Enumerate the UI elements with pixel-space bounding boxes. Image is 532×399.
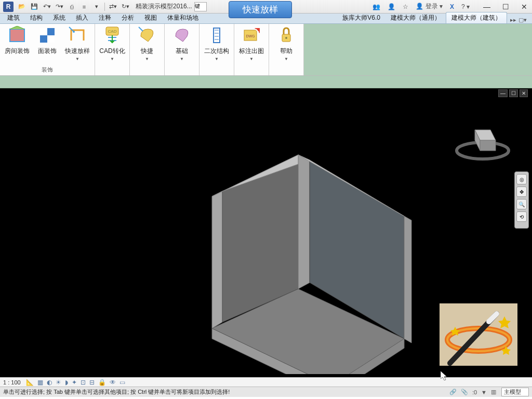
menu-view[interactable]: 视图 <box>139 12 162 23</box>
qat-dropdown-icon[interactable]: ▾ <box>91 2 102 12</box>
cad-convert-button[interactable]: CAD CAD转化 ▼ <box>97 25 127 61</box>
menu-analyze[interactable]: 分析 <box>116 12 139 23</box>
worksets-icon[interactable]: ▥ <box>491 389 496 395</box>
svg-marker-28 <box>480 140 496 151</box>
annotation-export-icon: DWG <box>242 26 261 45</box>
zoom-icon[interactable]: 🔍 <box>516 199 527 209</box>
reveal-icon[interactable]: ▭ <box>119 379 125 386</box>
ribbon-group-single-2: 快捷 ▼ <box>130 24 165 75</box>
model-dropdown[interactable]: 主模型 <box>501 388 529 396</box>
quick-loft-tooltip: 快速放样 <box>229 1 292 18</box>
selection-count: :0 <box>472 389 477 395</box>
project-name: 精装演示模型2016... <box>136 2 192 11</box>
help-icon[interactable]: ? ▾ <box>459 2 472 11</box>
sb-icon-2[interactable]: 📎 <box>461 389 468 395</box>
dropdown-icon: ▼ <box>215 57 219 61</box>
detail-level-icon[interactable]: ▦ <box>37 379 43 386</box>
crop-icon[interactable]: ⊡ <box>81 379 86 386</box>
shortcut-button[interactable]: 快捷 ▼ <box>132 25 162 61</box>
close-button[interactable]: ✕ <box>520 3 529 11</box>
help-label: 帮助 <box>280 47 292 56</box>
lock-icon[interactable]: 🔒 <box>98 379 106 386</box>
vp-minimize-icon[interactable]: — <box>498 89 508 97</box>
separator <box>104 3 105 11</box>
menu-insert[interactable]: 插入 <box>71 12 94 23</box>
minimize-button[interactable]: — <box>482 3 491 11</box>
svg-rect-0 <box>10 29 24 42</box>
cad-convert-icon: CAD <box>103 26 122 45</box>
vp-close-icon[interactable]: ✕ <box>520 89 528 97</box>
sun-path-icon[interactable]: ☀ <box>56 379 61 386</box>
app-icon[interactable]: R <box>3 2 14 12</box>
navigation-bar: ◎ ✥ 🔍 ⟲ <box>514 171 529 229</box>
group-label-decoration: 装饰 <box>42 64 53 75</box>
menu-model-master-arch[interactable]: 建模大师（建筑） <box>446 12 507 23</box>
redo-icon[interactable]: ↷▾ <box>54 2 65 12</box>
star-icon[interactable]: ☆ <box>401 2 410 11</box>
crop-region-icon[interactable]: ⊟ <box>89 379 95 386</box>
secondary-structure-button[interactable]: 二次结构 ▼ <box>202 25 232 61</box>
viewcube[interactable] <box>454 114 511 161</box>
dropdown-icon: ▼ <box>75 57 79 61</box>
pan-icon[interactable]: ✥ <box>516 187 527 197</box>
shadows-icon[interactable]: ◗ <box>65 379 68 386</box>
svg-point-5 <box>73 31 75 33</box>
annotation-export-label: 标注出图 <box>239 47 264 56</box>
maximize-button[interactable]: ☐ <box>501 3 510 11</box>
print-icon[interactable]: ⎙ <box>66 2 77 12</box>
menu-family-master[interactable]: 族库大师V6.0 <box>337 12 385 23</box>
dropdown-icon: ▼ <box>284 57 288 61</box>
menu-tail: ▸▸ ▢▾ <box>507 17 530 23</box>
scale-value[interactable]: 1 : 100 <box>3 379 21 385</box>
login-button[interactable]: 👤 登录 ▾ <box>414 1 445 12</box>
menu-model-master-general[interactable]: 建模大师（通用） <box>385 12 446 23</box>
open-icon[interactable]: 📂 <box>16 2 28 12</box>
ribbon-group-single-4: 二次结构 ▼ <box>200 24 234 75</box>
save-icon[interactable]: 💾 <box>29 2 40 12</box>
user-icon[interactable]: 👥 <box>370 2 382 11</box>
exchange-icon[interactable]: X <box>448 2 456 11</box>
help-button[interactable]: 帮助 ▼ <box>271 25 301 61</box>
svg-text:CAD: CAD <box>108 29 117 34</box>
orbit-icon[interactable]: ⟲ <box>516 211 527 222</box>
svg-marker-20 <box>298 155 310 289</box>
rendering-icon[interactable]: ✦ <box>72 379 77 386</box>
room-decoration-button[interactable]: 房间装饰 <box>2 25 32 61</box>
dropdown-icon: ▼ <box>145 57 149 61</box>
sb-icon-1[interactable]: 🔗 <box>449 389 457 395</box>
menu-architecture[interactable]: 建筑 <box>2 12 25 23</box>
shortcut-label: 快捷 <box>141 47 153 56</box>
visual-style-icon[interactable]: ◐ <box>47 379 52 386</box>
ribbon-group-single-6: 帮助 ▼ <box>269 24 304 75</box>
magic-wand-badge[interactable] <box>440 303 517 366</box>
foundation-button[interactable]: 基础 ▼ <box>167 25 197 61</box>
ribbon-toggle-icon[interactable]: ▢▾ <box>518 17 527 23</box>
person-icon[interactable]: 👤 <box>385 2 397 11</box>
sync-icon[interactable]: ↻▾ <box>119 2 131 12</box>
temp-hide-icon[interactable]: 👁 <box>110 379 116 386</box>
svg-marker-17 <box>212 191 222 328</box>
ribbon-empty <box>304 24 532 75</box>
svg-marker-23 <box>404 216 411 343</box>
menu-massing[interactable]: 体量和场地 <box>162 12 204 23</box>
scale-icon[interactable]: 📐 <box>26 379 34 386</box>
vp-maximize-icon[interactable]: ☐ <box>509 89 518 97</box>
shortcut-icon <box>138 26 156 45</box>
steering-wheel-icon[interactable]: ◎ <box>516 174 527 184</box>
search-hint[interactable]: 键 <box>194 2 207 11</box>
viewport-3d[interactable]: — ☐ ✕ ◎ ✥ 🔍 ⟲ <box>0 88 532 377</box>
surface-decoration-button[interactable]: 面装饰 <box>32 25 62 61</box>
ribbon-group-single-5: DWG 标注出图 ▼ <box>234 24 269 75</box>
undo-icon[interactable]: ↶▾ <box>41 2 52 12</box>
menu-structure[interactable]: 结构 <box>25 12 48 23</box>
svg-rect-3 <box>40 28 47 35</box>
annotation-export-button[interactable]: DWG 标注出图 ▼ <box>236 25 267 61</box>
menu-systems[interactable]: 系统 <box>48 12 71 23</box>
tab-scroll-icon[interactable]: ▸▸ <box>510 17 516 23</box>
quick-loft-button[interactable]: 快速放样 ▼ <box>62 25 92 61</box>
switch-icon[interactable]: ⇄▾ <box>107 2 118 12</box>
measure-icon[interactable]: ≡ <box>78 2 90 12</box>
filter-icon[interactable]: ▼ <box>481 389 487 395</box>
menu-annotate[interactable]: 注释 <box>94 12 116 23</box>
ribbon-group-single-3: 基础 ▼ <box>165 24 200 75</box>
